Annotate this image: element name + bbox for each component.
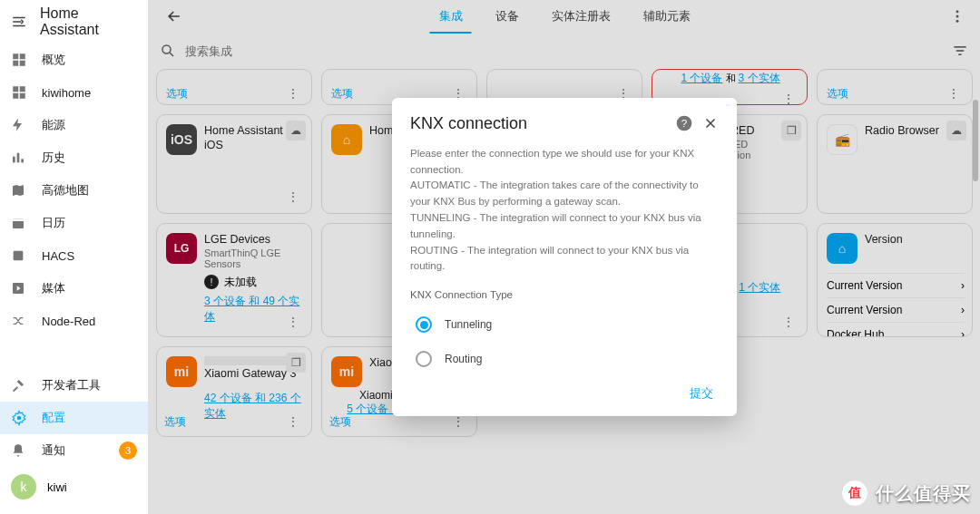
tab-helpers[interactable]: 辅助元素 (627, 0, 707, 34)
dashboard-icon (11, 52, 29, 68)
svg-rect-21 (956, 50, 964, 52)
svg-rect-9 (17, 153, 20, 163)
radio-routing[interactable]: Routing (410, 342, 719, 376)
radio-tunneling[interactable]: Tunneling (410, 307, 719, 342)
svg-rect-2 (13, 61, 18, 66)
svg-rect-0 (13, 53, 18, 59)
options-link[interactable]: 选项 (827, 86, 848, 102)
sidebar-item-overview[interactable]: 概览 (0, 44, 148, 76)
integration-card[interactable]: 选项⋮ (156, 69, 312, 105)
card-menu[interactable]: ⋮ (943, 82, 965, 104)
integration-icon: mi (166, 356, 197, 387)
chevron-right-icon: › (961, 328, 965, 337)
svg-rect-3 (20, 61, 25, 66)
bolt-icon (11, 118, 29, 132)
sidebar-item-history[interactable]: 历史 (0, 141, 148, 174)
dialog-description: Please enter the connection type we shou… (410, 146, 719, 276)
options-link[interactable]: 选项 (166, 86, 188, 102)
svg-rect-4 (13, 86, 18, 92)
integration-card-haios[interactable]: ☁ iOSHome Assistant iOS ⋮ (156, 114, 312, 214)
card-menu[interactable]: ⋮ (778, 311, 799, 333)
integration-card-version[interactable]: ⌂Version Current Version› Current Versio… (817, 223, 973, 337)
gear-icon (11, 410, 29, 426)
calendar-icon (11, 216, 29, 230)
sidebar-item-amap[interactable]: 高德地图 (0, 174, 148, 207)
user-name: kiwi (47, 480, 67, 494)
integration-card-xiaomi-gw3[interactable]: ❒ miXiaomi Gateway 3 42 个设备 和 236 个实体 选项… (156, 346, 312, 437)
sidebar-item-kiwihome[interactable]: kiwihome (0, 76, 148, 109)
app-title: Home Assistant (40, 5, 137, 38)
svg-rect-20 (954, 46, 965, 48)
map-icon (11, 183, 29, 198)
menu-icon[interactable] (11, 14, 27, 30)
sidebar-user[interactable]: k kiwi (0, 467, 148, 507)
cube-icon: ❒ (286, 353, 306, 373)
sidebar-item-devtools[interactable]: 开发者工具 (0, 369, 148, 402)
integration-card[interactable]: 选项⋮ (817, 69, 973, 105)
card-menu[interactable]: ⋮ (282, 82, 304, 104)
devices-link[interactable]: 1 个设备 (681, 72, 722, 84)
scroll-thumb[interactable] (973, 100, 978, 181)
svg-rect-22 (958, 53, 961, 55)
back-button[interactable] (156, 0, 192, 34)
close-icon[interactable] (702, 115, 719, 131)
tab-devices[interactable]: 设备 (479, 0, 535, 34)
search-input[interactable] (185, 44, 951, 58)
options-link[interactable]: 选项 (329, 414, 351, 430)
chevron-right-icon: › (961, 304, 965, 316)
svg-point-15 (17, 416, 22, 421)
radio-button-icon (416, 316, 432, 333)
card-menu[interactable]: ⋮ (282, 186, 304, 208)
sidebar-nav: 概览 kiwihome 能源 历史 高德地图 日历 HACS 媒体 Node-R… (0, 44, 148, 369)
sidebar-item-nodered[interactable]: Node-Red (0, 305, 148, 337)
options-link[interactable]: 选项 (164, 414, 186, 430)
tab-entities[interactable]: 实体注册表 (535, 0, 627, 34)
bell-icon (11, 443, 29, 458)
shuffle-icon (11, 314, 29, 328)
svg-rect-6 (13, 93, 18, 99)
version-row[interactable]: Docker Hub› (827, 322, 965, 337)
field-label: KNX Connection Type (410, 289, 719, 300)
radio-button-icon (416, 351, 432, 367)
dialog-title: KNX connection (410, 114, 527, 133)
hammer-icon (11, 378, 29, 393)
version-row[interactable]: Current Version› (827, 297, 965, 322)
options-link[interactable]: 选项 (331, 86, 353, 102)
scrollbar[interactable] (973, 73, 978, 344)
submit-button[interactable]: 提交 (684, 380, 719, 407)
sidebar-item-notifications[interactable]: 通知3 (0, 434, 148, 467)
sidebar-item-hacs[interactable]: HACS (0, 239, 148, 272)
entities-link[interactable]: 3 个实体 (739, 72, 780, 84)
card-menu[interactable]: ⋮ (778, 88, 799, 110)
warning-line: !未加载 (204, 275, 304, 290)
main: 集成 设备 实体注册表 辅助元素 选项⋮ 选项⋮ ⋮ 1 个设备 (149, 0, 980, 514)
sidebar-item-media[interactable]: 媒体 (0, 272, 148, 305)
sidebar-item-calendar[interactable]: 日历 (0, 207, 148, 239)
topbar: 集成 设备 实体注册表 辅助元素 (149, 0, 980, 33)
help-icon[interactable]: ? (675, 114, 693, 132)
svg-point-16 (956, 10, 959, 13)
card-menu[interactable]: ⋮ (282, 411, 304, 432)
entity-link[interactable]: 1 个实体 (739, 281, 780, 294)
sidebar-bottom: 开发者工具 配置 通知3 k kiwi (0, 369, 148, 514)
filter-icon[interactable] (951, 42, 969, 60)
watermark: 值 什么值得买 (841, 480, 971, 507)
cloud-icon: ☁ (286, 121, 306, 141)
chevron-right-icon: › (961, 279, 965, 292)
overflow-menu[interactable] (942, 1, 973, 32)
user-avatar: k (11, 474, 36, 499)
integration-card-lge[interactable]: LGLGE DevicesSmartThinQ LGE Sensors !未加载… (156, 223, 312, 337)
integration-icon: mi (331, 356, 362, 387)
search-bar (149, 33, 980, 69)
svg-rect-12 (13, 218, 24, 221)
cube-icon: ❒ (781, 121, 801, 141)
search-icon (160, 43, 176, 59)
tab-integrations[interactable]: 集成 (423, 0, 479, 34)
sidebar-item-config[interactable]: 配置 (0, 402, 148, 434)
integration-card-radio[interactable]: ☁ 📻Radio Browser (817, 114, 973, 214)
sidebar: Home Assistant 概览 kiwihome 能源 历史 高德地图 日历… (0, 0, 149, 514)
card-menu[interactable]: ⋮ (282, 311, 304, 333)
sidebar-item-energy[interactable]: 能源 (0, 109, 148, 141)
knx-dialog: KNX connection ? Please enter the connec… (392, 98, 737, 417)
version-row[interactable]: Current Version› (827, 273, 965, 297)
